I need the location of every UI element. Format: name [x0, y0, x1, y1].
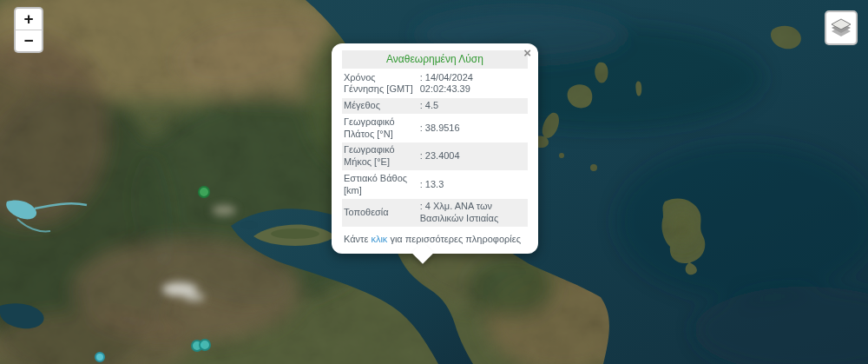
footer-text: για περισσότερες πληροφορίες [387, 234, 521, 244]
earthquake-marker[interactable] [199, 339, 211, 351]
zoom-in-button[interactable]: + [16, 9, 42, 30]
row-label: Γεωγραφικό Μήκος [°E] [342, 142, 418, 171]
earthquake-popup: × Αναθεωρημένη Λύση Χρόνος Γέννησης [GMT… [332, 43, 538, 254]
more-info-link[interactable]: κλικ [371, 234, 387, 244]
row-value: : 4 Χλμ. ΑΝΑ των Βασιλικών Ιστιαίας [418, 199, 528, 228]
zoom-out-button[interactable]: − [16, 30, 42, 51]
earthquake-marker[interactable] [95, 352, 105, 362]
row-value: : 4.5 [418, 98, 528, 115]
map-canvas[interactable]: × Αναθεωρημένη Λύση Χρόνος Γέννησης [GMT… [0, 0, 868, 364]
popup-row: Μέγεθος : 4.5 [342, 98, 528, 115]
popup-title: Αναθεωρημένη Λύση [342, 50, 528, 69]
popup-close-button[interactable]: × [523, 45, 531, 61]
row-label: Γεωγραφικό Πλάτος [°N] [342, 114, 418, 142]
row-label: Χρόνος Γέννησης [GMT] [342, 69, 418, 98]
row-value: : 13.3 [418, 170, 528, 199]
row-label: Τοποθεσία [342, 199, 418, 228]
row-label: Εστιακό Βάθος [km] [342, 170, 418, 199]
footer-text: Κάντε [344, 234, 371, 244]
popup-row: Τοποθεσία : 4 Χλμ. ΑΝΑ των Βασιλικών Ιστ… [342, 199, 528, 228]
popup-table: Χρόνος Γέννησης [GMT] : 14/04/2024 02:02… [342, 69, 528, 227]
layers-icon [831, 18, 852, 37]
layers-control[interactable] [825, 10, 858, 45]
earthquake-marker[interactable] [198, 186, 210, 198]
row-label: Μέγεθος [342, 98, 418, 115]
row-value: : 23.4004 [418, 142, 528, 171]
popup-row: Γεωγραφικό Πλάτος [°N] : 38.9516 [342, 114, 528, 142]
row-value: : 38.9516 [418, 114, 528, 142]
zoom-control: + − [14, 7, 43, 53]
popup-footer: Κάντε κλικ για περισσότερες πληροφορίες [342, 232, 528, 246]
row-value: : 14/04/2024 02:02:43.39 [418, 69, 528, 98]
popup-row: Εστιακό Βάθος [km] : 13.3 [342, 170, 528, 199]
popup-row: Χρόνος Γέννησης [GMT] : 14/04/2024 02:02… [342, 69, 528, 98]
popup-row: Γεωγραφικό Μήκος [°E] : 23.4004 [342, 142, 528, 171]
